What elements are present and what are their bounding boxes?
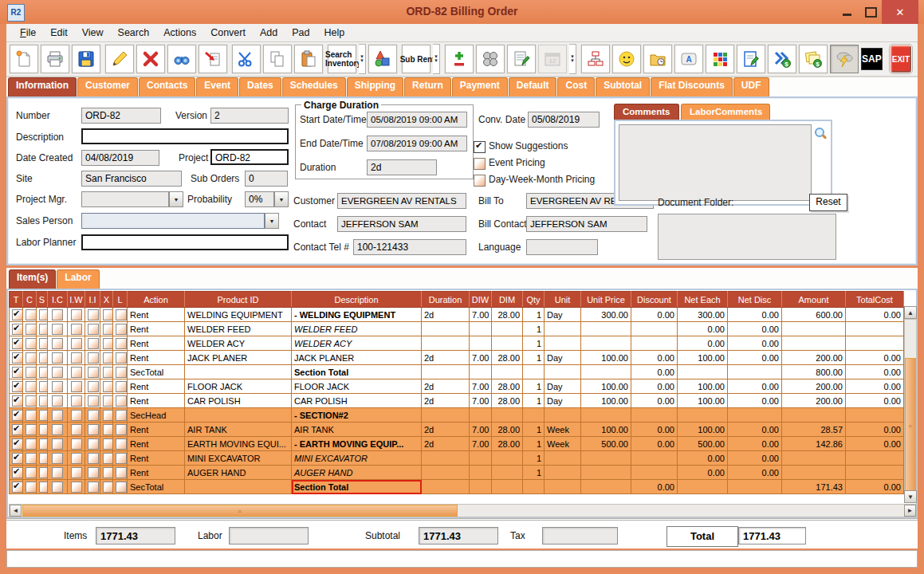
row-flag-ic[interactable]: [48, 451, 68, 466]
comments-textarea[interactable]: [619, 124, 812, 201]
cell-cost[interactable]: 0.00: [846, 365, 904, 379]
cell-net-each[interactable]: 100.00: [678, 351, 728, 365]
row-flag-c[interactable]: [23, 365, 37, 379]
checkbox-icon[interactable]: [71, 482, 82, 493]
cell-product[interactable]: EARTH MOVING EQUI...: [185, 437, 292, 451]
cell-net-each[interactable]: 300.00: [678, 308, 728, 322]
row-flag-iw[interactable]: [68, 394, 85, 408]
checkbox-icon[interactable]: [39, 367, 48, 378]
cell-net-disc[interactable]: 0.00: [728, 394, 782, 408]
checkbox-icon[interactable]: [26, 309, 37, 320]
cell-price[interactable]: [581, 322, 631, 336]
tab-event[interactable]: Event: [196, 77, 238, 96]
checkbox-icon[interactable]: [52, 352, 63, 364]
cell-dur[interactable]: [422, 451, 470, 466]
checkbox-icon[interactable]: [52, 467, 63, 478]
row-flag-l[interactable]: [113, 308, 128, 322]
cell-product[interactable]: JACK PLANER: [185, 351, 292, 365]
checkbox-icon[interactable]: [39, 309, 48, 320]
checkbox-icon[interactable]: [39, 338, 48, 349]
column-header-i-w[interactable]: I.W: [68, 292, 85, 308]
search-inventory-dropdown[interactable]: ▼▼: [359, 44, 366, 74]
scroll-up-button[interactable]: ▲: [904, 306, 917, 319]
cell-desc[interactable]: Section Total: [292, 365, 422, 379]
title-bar[interactable]: R2 ORD-82 Billing Order ✕: [0, 0, 924, 24]
cell-cost[interactable]: [846, 322, 904, 336]
cell-action[interactable]: Rent: [128, 322, 185, 336]
cell-net-disc[interactable]: 0.00: [728, 308, 782, 322]
cell-qty[interactable]: 1: [523, 466, 545, 480]
cell-unit[interactable]: [545, 466, 581, 480]
scroll-left-button[interactable]: ◄: [10, 505, 22, 517]
row-flag-ic[interactable]: [48, 437, 68, 451]
cell-price[interactable]: 300.00: [581, 308, 631, 322]
cell-dim[interactable]: [492, 322, 523, 336]
cell-qty[interactable]: [523, 365, 545, 379]
table-row[interactable]: RentAUGER HANDAUGER HAND10.000.00: [10, 466, 904, 480]
cell-disc[interactable]: [631, 322, 678, 336]
checkbox-icon[interactable]: [26, 324, 37, 335]
row-flag-iw[interactable]: [68, 379, 85, 394]
tab-item-s-[interactable]: Item(s): [9, 269, 56, 289]
tab-contacts[interactable]: Contacts: [139, 77, 195, 96]
cell-amount[interactable]: 600.00: [782, 308, 846, 322]
row-flag-x[interactable]: [100, 365, 113, 379]
cut-button[interactable]: [232, 45, 261, 73]
language-field[interactable]: [526, 239, 598, 255]
delete-button[interactable]: [136, 45, 165, 73]
row-flag-s[interactable]: [37, 451, 48, 466]
row-flag-s[interactable]: [37, 423, 48, 437]
row-flag-x[interactable]: [100, 408, 113, 423]
row-flag-s[interactable]: [37, 336, 48, 351]
cell-price[interactable]: 100.00: [581, 394, 631, 408]
billing-notes-button[interactable]: $: [799, 45, 828, 73]
column-header-description[interactable]: Description: [292, 292, 422, 308]
checkbox-icon[interactable]: [26, 482, 37, 493]
row-flag-ii[interactable]: [85, 437, 100, 451]
checkbox-icon[interactable]: [103, 482, 113, 493]
menu-search[interactable]: Search: [111, 25, 157, 41]
row-flag-ii[interactable]: [85, 394, 100, 408]
checkbox-checked-icon[interactable]: [12, 352, 23, 364]
row-flag-ii[interactable]: [85, 423, 100, 437]
table-row[interactable]: RentAIR TANKAIR TANK2d7.0028.001Week100.…: [10, 423, 904, 437]
checkbox-checked-icon[interactable]: [12, 438, 23, 450]
checkbox-icon[interactable]: [52, 309, 63, 320]
cell-amount[interactable]: [782, 336, 846, 351]
column-header-c[interactable]: C: [23, 292, 37, 308]
row-flag-ic[interactable]: [48, 322, 68, 336]
probability-dropdown[interactable]: ▼: [274, 191, 289, 207]
convert-shapes-button[interactable]: [368, 45, 397, 73]
cell-cost[interactable]: [846, 451, 904, 466]
cell-price[interactable]: 100.00: [581, 351, 631, 365]
cell-product[interactable]: WELDER FEED: [185, 322, 292, 336]
cell-unit[interactable]: Week: [545, 437, 581, 451]
cell-dim[interactable]: 28.00: [492, 437, 523, 451]
cell-price[interactable]: [581, 336, 631, 351]
checkbox-icon[interactable]: [116, 367, 127, 378]
cell-product[interactable]: CAR POLISH: [185, 394, 292, 408]
checkbox-icon[interactable]: [103, 381, 113, 392]
row-flag-ic[interactable]: [48, 423, 68, 437]
calendar-button[interactable]: 12: [538, 45, 567, 73]
table-row[interactable]: RentMINI EXCAVATORMINI EXCAVATOR10.000.0…: [10, 451, 904, 466]
table-row[interactable]: SecTotalSection Total0.00800.000.00: [10, 365, 904, 379]
checkbox-checked-icon[interactable]: [12, 381, 23, 392]
checkbox-icon[interactable]: [26, 467, 37, 478]
cell-net-disc[interactable]: 0.00: [728, 466, 782, 480]
menu-file[interactable]: File: [13, 25, 43, 41]
cell-disc[interactable]: 0.00: [631, 379, 678, 394]
tab-subtotal[interactable]: Subtotal: [596, 77, 650, 96]
checkbox-icon[interactable]: [39, 482, 48, 493]
checkbox-icon[interactable]: [116, 482, 127, 493]
checkbox-icon[interactable]: [88, 424, 99, 435]
cell-dim[interactable]: [492, 408, 523, 423]
checkbox-icon[interactable]: [103, 453, 113, 464]
cell-cost[interactable]: 0.00: [846, 423, 904, 437]
cell-desc[interactable]: CAR POLISH: [292, 394, 422, 408]
row-flag-t[interactable]: [10, 394, 23, 408]
horizontal-scrollbar[interactable]: ◄ ≡ ►: [9, 504, 917, 517]
cell-dur[interactable]: 2d: [422, 437, 470, 451]
cell-desc[interactable]: AIR TANK: [292, 423, 422, 437]
cell-diw[interactable]: [470, 466, 492, 480]
